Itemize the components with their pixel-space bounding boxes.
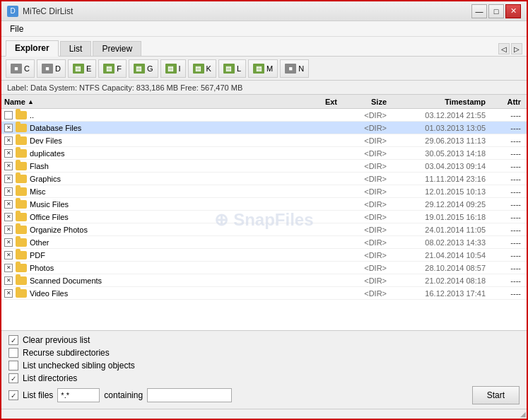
resize-handle[interactable]: ◢ (517, 409, 527, 419)
row-checkbox[interactable] (4, 200, 13, 209)
row-checkbox[interactable] (4, 136, 13, 145)
clear-prev-label: Clear previous list (23, 335, 90, 345)
drive-e-button[interactable]: ▤ E (68, 59, 96, 78)
col-header-timestamp[interactable]: Timestamp (389, 98, 488, 106)
file-name-cell: .. (4, 111, 298, 119)
drive-c-icon: ■ (11, 64, 22, 74)
table-row[interactable]: Dev Files <DIR> 29.06.2013 11:13 ---- (1, 134, 527, 147)
col-header-name[interactable]: Name ▲ (4, 98, 298, 106)
pattern-input[interactable] (57, 388, 100, 402)
folder-icon (16, 149, 27, 158)
drive-e-icon: ▤ (73, 64, 84, 74)
col-header-size[interactable]: Size (340, 98, 389, 106)
minimize-button[interactable]: — (471, 4, 487, 18)
table-row[interactable]: duplicates <DIR> 30.05.2013 14:18 ---- (1, 147, 527, 160)
drive-n-button[interactable]: ■ N (280, 59, 309, 78)
drive-k-button[interactable]: ▤ K (188, 59, 216, 78)
drive-g-button[interactable]: ▤ G (129, 59, 158, 78)
drive-g-icon: ▤ (134, 64, 145, 74)
maximize-button[interactable]: □ (488, 4, 504, 18)
app-icon: D (7, 6, 18, 17)
table-row[interactable]: Music Files <DIR> 29.12.2014 09:25 ---- (1, 198, 527, 211)
row-checkbox[interactable] (4, 124, 13, 132)
file-name: Video Files (30, 289, 68, 298)
row-checkbox[interactable] (4, 111, 13, 119)
folder-icon (16, 111, 27, 119)
drive-f-button[interactable]: ▤ F (98, 59, 127, 78)
recurse-label: Recurse subdirectories (23, 348, 110, 358)
table-row[interactable]: PDF <DIR> 21.04.2014 10:54 ---- (1, 249, 527, 262)
table-row[interactable]: Photos <DIR> 28.10.2014 08:57 ---- (1, 262, 527, 274)
file-name: Graphics (30, 175, 61, 183)
table-row[interactable]: Graphics <DIR> 11.11.2014 23:16 ---- (1, 173, 527, 185)
row-checkbox[interactable] (4, 187, 13, 196)
file-name-cell: Scanned Documents (4, 276, 298, 285)
folder-icon (16, 200, 27, 209)
table-row[interactable]: Organize Photos <DIR> 24.01.2014 11:05 -… (1, 223, 527, 236)
table-row[interactable]: Misc <DIR> 12.01.2015 10:13 ---- (1, 185, 527, 198)
table-row[interactable]: Scanned Documents <DIR> 21.02.2014 08:18… (1, 274, 527, 287)
file-name: .. (30, 111, 34, 119)
containing-input[interactable] (147, 388, 232, 402)
start-button[interactable]: Start (472, 386, 520, 404)
clear-prev-checkbox[interactable] (8, 335, 18, 345)
table-row[interactable]: Flash <DIR> 03.04.2013 09:14 ---- (1, 160, 527, 173)
tab-list[interactable]: List (60, 41, 92, 56)
recurse-row: Recurse subdirectories (8, 348, 520, 358)
row-checkbox[interactable] (4, 226, 13, 234)
folder-icon (16, 187, 27, 196)
col-header-attr[interactable]: Attr (488, 98, 524, 106)
row-checkbox[interactable] (4, 251, 13, 259)
folder-icon (16, 162, 27, 170)
drive-l-icon: ▤ (223, 64, 235, 74)
drive-i-button[interactable]: ▤ I (160, 59, 186, 78)
drive-i-icon: ▤ (165, 64, 177, 74)
row-checkbox[interactable] (4, 264, 13, 272)
tabs-bar: Explorer List Preview ◁ ▷ (1, 37, 527, 57)
drive-d-button[interactable]: ■ D (37, 59, 66, 78)
drive-c-button[interactable]: ■ C (6, 59, 35, 78)
drive-k-icon: ▤ (193, 64, 204, 74)
status-bar: ◢ (1, 409, 527, 419)
file-name-cell: PDF (4, 251, 298, 259)
list-unchecked-checkbox[interactable] (8, 361, 18, 371)
row-checkbox[interactable] (4, 213, 13, 221)
list-dirs-checkbox[interactable] (8, 373, 18, 383)
drive-l-button[interactable]: ▤ L (218, 59, 246, 78)
folder-icon (16, 251, 27, 259)
file-list-container[interactable]: ⊕ SnapFiles .. <DIR> 03.12.2014 21:55 --… (1, 109, 527, 330)
table-row[interactable]: Video Files <DIR> 16.12.2013 17:41 ---- (1, 287, 527, 300)
table-row[interactable]: Office Files <DIR> 19.01.2015 16:18 ---- (1, 211, 527, 223)
list-unchecked-label: List unchecked sibling objects (23, 361, 135, 371)
file-name: Dev Files (30, 136, 62, 145)
row-checkbox[interactable] (4, 162, 13, 170)
row-checkbox[interactable] (4, 175, 13, 183)
table-row[interactable]: Other <DIR> 08.02.2013 14:33 ---- (1, 236, 527, 249)
folder-icon (16, 276, 27, 285)
info-bar: Label: Data System: NTFS Capacity: 833,1… (1, 81, 527, 95)
list-dirs-label: List directories (23, 373, 77, 383)
clear-prev-row: Clear previous list (8, 335, 520, 345)
drive-m-button[interactable]: ▤ M (248, 59, 278, 78)
row-checkbox[interactable] (4, 149, 13, 158)
menu-file[interactable]: File (4, 23, 29, 35)
recurse-checkbox[interactable] (8, 348, 18, 358)
tab-explorer[interactable]: Explorer (6, 40, 59, 57)
row-checkbox[interactable] (4, 238, 13, 247)
file-name-cell: Database Files (4, 124, 298, 132)
list-files-checkbox[interactable] (8, 390, 18, 400)
drive-m-icon: ▤ (253, 64, 264, 74)
row-checkbox[interactable] (4, 276, 13, 285)
table-row[interactable]: .. <DIR> 03.12.2014 21:55 ---- (1, 109, 527, 122)
nav-prev-arrow[interactable]: ◁ (498, 43, 510, 54)
tab-preview[interactable]: Preview (93, 41, 141, 56)
file-name: Photos (30, 264, 54, 272)
drive-d-icon: ■ (42, 64, 53, 74)
table-row[interactable]: Database Files <DIR> 01.03.2013 13:05 --… (1, 122, 527, 134)
main-window: D MiTeC DirList — □ ✕ File Explorer List… (0, 0, 528, 420)
col-header-ext[interactable]: Ext (298, 98, 340, 106)
close-button[interactable]: ✕ (505, 4, 521, 18)
row-checkbox[interactable] (4, 289, 13, 298)
folder-icon (16, 124, 27, 132)
nav-next-arrow[interactable]: ▷ (511, 43, 522, 54)
